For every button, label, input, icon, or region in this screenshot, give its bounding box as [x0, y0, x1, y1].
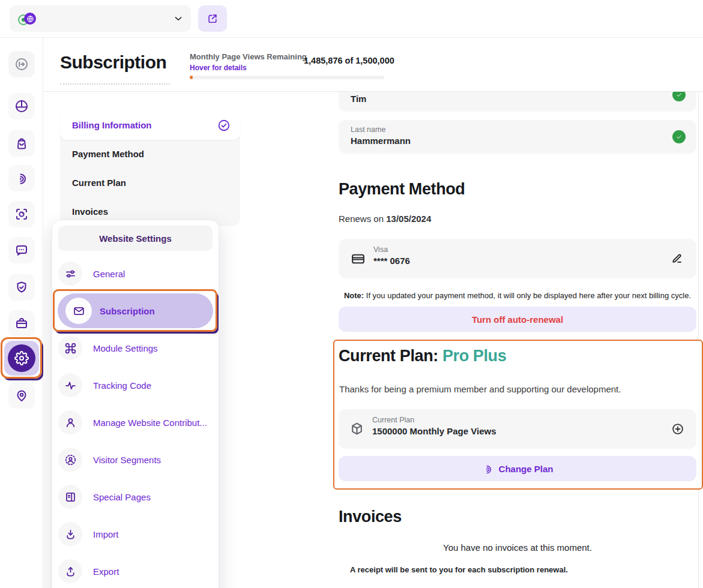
sidebar-item-workspace[interactable]	[8, 310, 35, 337]
site-favicon-icon	[18, 13, 36, 25]
download-icon	[58, 522, 82, 546]
nav-item-billing-information[interactable]: Billing Information	[60, 111, 240, 140]
chat-icon	[14, 243, 29, 257]
invoices-empty-text: You have no invoices at this moment.	[339, 542, 696, 553]
website-settings-menu: Website Settings General Subscription Mo…	[52, 220, 219, 588]
location-pin-icon	[14, 388, 29, 403]
package-icon	[349, 421, 364, 436]
renews-on-text: Renews on 13/05/2024	[339, 214, 431, 224]
current-plan-heading: Current Plan: Pro Plus	[339, 347, 506, 365]
payment-method-heading: Payment Method	[339, 180, 465, 199]
website-selector[interactable]	[10, 5, 191, 32]
menu-item-general[interactable]: General	[58, 262, 213, 286]
menu-item-special-pages[interactable]: Special Pages	[58, 485, 213, 509]
plan-row-label: Current Plan	[372, 416, 414, 424]
menu-item-subscription[interactable]: Subscription	[58, 293, 213, 328]
scan-icon	[14, 207, 29, 221]
pencil-icon[interactable]	[671, 252, 683, 265]
nav-item-payment-method[interactable]: Payment Method	[60, 140, 240, 169]
valid-check-icon	[672, 91, 686, 101]
radar-icon	[14, 171, 29, 185]
menu-item-tracking-code[interactable]: Tracking Code	[58, 373, 213, 397]
change-plan-button[interactable]: Change Plan	[339, 456, 696, 481]
usage-hover-link[interactable]: Hover for details	[190, 64, 247, 72]
menu-item-module-settings[interactable]: Module Settings	[58, 336, 213, 360]
payment-note: Note: If you updated your payment method…	[339, 291, 696, 300]
nav-item-current-plan[interactable]: Current Plan	[60, 169, 240, 197]
valid-check-icon	[672, 130, 686, 143]
shield-check-icon	[14, 280, 29, 295]
icon-sidebar	[0, 37, 43, 588]
usage-value: 1,485,876 of 1,500,000	[304, 56, 394, 65]
plus-circle-icon[interactable]	[671, 422, 684, 436]
external-link-icon	[207, 13, 219, 25]
sliders-icon	[58, 262, 82, 286]
current-plan-section: Current Plan: Pro Plus Thanks for being …	[333, 340, 703, 490]
menu-item-export[interactable]: Export	[58, 559, 213, 583]
sidebar-toggle-icon	[14, 57, 29, 71]
plan-name: Pro Plus	[438, 347, 506, 365]
last-name-value: Hammermann	[351, 136, 411, 146]
menu-item-visitor-segments[interactable]: Visitor Segments	[58, 448, 213, 472]
main-content: Billing Information Payment Method Curre…	[43, 91, 703, 588]
menu-item-import[interactable]: Import	[58, 522, 213, 546]
last-name-label: Last name	[351, 125, 385, 134]
command-icon	[58, 336, 82, 360]
check-circle-icon	[217, 119, 231, 132]
card-number: **** 0676	[373, 256, 410, 266]
usage-progress-bar	[190, 76, 384, 79]
last-name-field[interactable]: Last name Hammermann	[339, 120, 696, 154]
plan-row-value: 1500000 Monthly Page Views	[372, 426, 496, 436]
activity-icon	[58, 373, 82, 397]
sidebar-item-privacy[interactable]	[8, 274, 35, 301]
radar-icon	[482, 463, 493, 475]
sidebar-item-ecommerce[interactable]	[8, 130, 35, 157]
page-header: Subscription Monthly Page Views Remainin…	[43, 37, 703, 92]
briefcase-icon	[14, 316, 29, 331]
sidebar-item-sessions[interactable]	[8, 165, 35, 191]
title-underline	[60, 83, 170, 85]
pie-chart-icon	[14, 99, 29, 113]
first-name-value: Tim	[351, 94, 366, 104]
sidebar-item-locations[interactable]	[8, 382, 35, 409]
renew-date: 13/05/2024	[386, 214, 431, 224]
sidebar-item-feedback[interactable]	[8, 237, 35, 263]
user-scan-icon	[58, 448, 82, 472]
shopping-bag-icon	[14, 136, 29, 151]
chevron-down-icon	[173, 13, 184, 24]
credit-card-icon	[351, 251, 366, 266]
upload-icon	[58, 559, 82, 583]
user-icon	[58, 410, 82, 434]
top-bar	[0, 0, 703, 38]
plan-row: Current Plan 1500000 Monthly Page Views	[339, 409, 696, 449]
envelope-icon	[65, 298, 92, 324]
invoices-receipt-text: A receipt will be sent to you for each s…	[350, 565, 568, 574]
invoices-heading: Invoices	[339, 508, 402, 526]
plan-thanks-text: Thanks for being a premium member and su…	[339, 384, 621, 394]
usage-progress-fill	[190, 76, 193, 79]
gear-icon	[8, 344, 35, 372]
payment-card-row: Visa **** 0676	[339, 239, 696, 278]
first-name-field[interactable]: Tim	[339, 91, 696, 112]
open-website-button[interactable]	[198, 5, 227, 32]
app-window: Subscription Monthly Page Views Remainin…	[0, 0, 703, 588]
page-title: Subscription	[60, 52, 166, 73]
usage-label: Monthly Page Views Remaining	[190, 52, 307, 61]
card-brand: Visa	[373, 245, 388, 254]
sidebar-item-dashboard[interactable]	[8, 93, 35, 119]
billing-section-nav: Billing Information Payment Method Curre…	[60, 111, 240, 226]
pages-icon	[58, 485, 82, 509]
turn-off-auto-renewal-button[interactable]: Turn off auto-renewal	[339, 307, 696, 332]
sidebar-item-settings[interactable]	[4, 341, 39, 376]
sidebar-item-toggle[interactable]	[8, 51, 35, 77]
settings-menu-title: Website Settings	[58, 226, 213, 251]
sidebar-item-recordings[interactable]	[8, 201, 35, 227]
menu-item-manage-contributors[interactable]: Manage Website Contribut...	[58, 410, 213, 434]
